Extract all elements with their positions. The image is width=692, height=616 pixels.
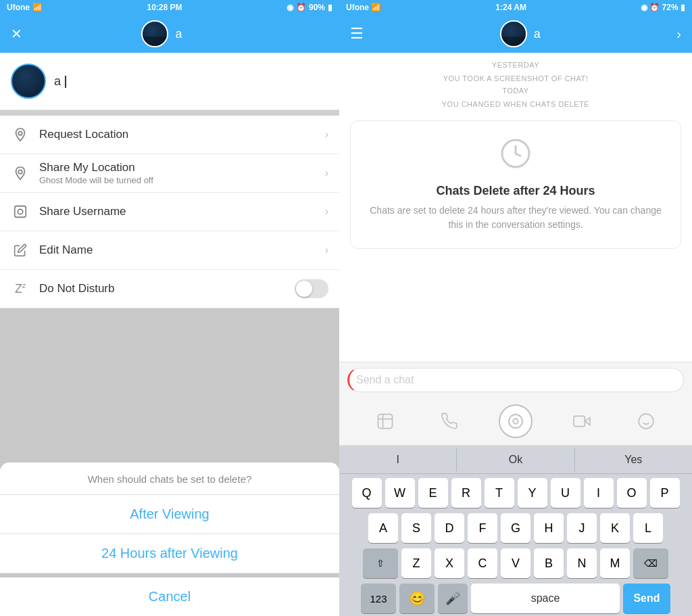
- svg-point-6: [509, 414, 522, 428]
- emoji-keyboard-key[interactable]: 😊: [399, 584, 435, 613]
- key-f[interactable]: F: [468, 513, 497, 543]
- location-icon-left: ◉: [287, 3, 293, 12]
- action-sheet: When should chats be set to delete? Afte…: [0, 463, 339, 616]
- key-g[interactable]: G: [501, 513, 530, 543]
- do-not-disturb-toggle[interactable]: [295, 279, 328, 298]
- key-c[interactable]: C: [468, 548, 497, 578]
- chevron-right-edit-icon: ›: [325, 244, 328, 256]
- right-status-info-left: ◉ ⏰ 90% ▮: [287, 3, 332, 12]
- chat-input[interactable]: [347, 368, 684, 392]
- svg-marker-8: [585, 418, 590, 425]
- suggestion-ok[interactable]: Ok: [457, 448, 574, 471]
- profile-name-container: a: [54, 74, 66, 89]
- time-right: 1:24 AM: [495, 3, 526, 12]
- key-row-4: 123 😊 🎤 space Send: [342, 584, 689, 613]
- key-r[interactable]: R: [451, 478, 481, 508]
- mic-key[interactable]: 🎤: [438, 584, 468, 613]
- num-key[interactable]: 123: [361, 584, 396, 613]
- video-button[interactable]: [567, 406, 597, 436]
- action-sheet-inner: When should chats be set to delete? Afte…: [0, 463, 339, 573]
- key-h[interactable]: H: [534, 513, 564, 543]
- zzz-icon: Zz: [11, 279, 30, 298]
- wifi-icon: 📶: [32, 3, 43, 12]
- key-q[interactable]: Q: [352, 478, 382, 508]
- close-button[interactable]: ✕: [11, 26, 22, 42]
- space-key[interactable]: space: [471, 584, 620, 613]
- key-row-3: ⇧ Z X C V B N M ⌫: [342, 548, 689, 578]
- right-status-info-right: ◉ ⏰ 72% ▮: [641, 3, 685, 12]
- wifi-icon-right: 📶: [371, 3, 381, 12]
- svg-rect-5: [378, 414, 392, 429]
- battery-right: 72%: [662, 3, 678, 12]
- right-panel: Ufone 📶 1:24 AM ◉ ⏰ 72% ▮ ☰ a › YESTERDA…: [339, 0, 692, 616]
- menu-item-do-not-disturb[interactable]: Zz Do Not Disturb: [0, 270, 339, 308]
- key-y[interactable]: Y: [518, 478, 547, 508]
- nav-bar-right: ☰ a ›: [339, 15, 692, 53]
- menu-text-do-not-disturb: Do Not Disturb: [39, 282, 285, 295]
- shift-key[interactable]: ⇧: [363, 548, 398, 578]
- key-z[interactable]: Z: [401, 548, 431, 578]
- profile-cursor: [65, 76, 66, 88]
- key-l[interactable]: L: [633, 513, 663, 543]
- key-x[interactable]: X: [435, 548, 464, 578]
- menu-item-edit-name[interactable]: Edit Name ›: [0, 231, 339, 270]
- menu-item-share-username[interactable]: Share Username ›: [0, 193, 339, 231]
- nav-avatar-right: [500, 20, 527, 47]
- send-key[interactable]: Send: [623, 584, 670, 613]
- carrier-left: Ufone: [7, 3, 30, 12]
- suggestion-i[interactable]: I: [339, 448, 457, 471]
- menu-subtitle-share-location: Ghost Mode will be turned off: [39, 175, 316, 185]
- phone-button[interactable]: [435, 406, 464, 436]
- menu-item-share-location[interactable]: Share My Location Ghost Mode will be tur…: [0, 154, 339, 193]
- chevron-right-share-icon: ›: [325, 167, 328, 179]
- battery-left: 90%: [309, 3, 325, 12]
- svg-rect-9: [574, 416, 585, 426]
- key-u[interactable]: U: [551, 478, 580, 508]
- hamburger-icon[interactable]: ☰: [350, 25, 364, 43]
- key-w[interactable]: W: [385, 478, 415, 508]
- timestamp-yesterday: YESTERDAY: [492, 61, 539, 69]
- key-k[interactable]: K: [600, 513, 630, 543]
- 24-hours-option[interactable]: 24 Hours after Viewing: [0, 534, 339, 573]
- key-n[interactable]: N: [567, 548, 597, 578]
- svg-point-10: [639, 414, 654, 429]
- keyboard-rows: Q W E R T Y U I O P A S D F G H J K: [339, 474, 692, 616]
- key-o[interactable]: O: [617, 478, 647, 508]
- sticker-button[interactable]: [370, 406, 400, 436]
- key-b[interactable]: B: [534, 548, 564, 578]
- share-location-icon: [11, 164, 30, 183]
- nav-center-left: a: [141, 20, 182, 47]
- action-sheet-title: When should chats be set to delete?: [0, 463, 339, 495]
- key-v[interactable]: V: [501, 548, 530, 578]
- key-e[interactable]: E: [418, 478, 448, 508]
- key-t[interactable]: T: [485, 478, 514, 508]
- delete-key[interactable]: ⌫: [633, 548, 668, 578]
- key-i[interactable]: I: [584, 478, 614, 508]
- status-bar-left: Ufone 📶 10:28 PM ◉ ⏰ 90% ▮: [0, 0, 339, 15]
- key-d[interactable]: D: [435, 513, 464, 543]
- key-row-2: A S D F G H J K L: [342, 513, 689, 543]
- profile-card: a: [0, 53, 339, 110]
- chevron-right-username-icon: ›: [325, 206, 328, 218]
- nav-avatar-left: [141, 20, 168, 47]
- delete-title: Chats Delete after 24 Hours: [364, 184, 667, 198]
- chat-input-container: [339, 362, 692, 398]
- key-p[interactable]: P: [650, 478, 680, 508]
- menu-title-do-not-disturb: Do Not Disturb: [39, 282, 285, 295]
- key-s[interactable]: S: [401, 513, 431, 543]
- delete-desc: Chats are set to delete 24 hours after t…: [364, 204, 667, 232]
- menu-item-request-location[interactable]: Request Location ›: [0, 116, 339, 154]
- key-a[interactable]: A: [368, 513, 398, 543]
- after-viewing-option[interactable]: After Viewing: [0, 495, 339, 534]
- suggestion-yes[interactable]: Yes: [575, 448, 692, 471]
- emoji-button[interactable]: [631, 406, 661, 436]
- camera-button[interactable]: [499, 404, 533, 438]
- nav-chevron-right[interactable]: ›: [676, 26, 681, 42]
- menu-text-share-location: Share My Location Ghost Mode will be tur…: [39, 161, 316, 185]
- key-m[interactable]: M: [600, 548, 630, 578]
- key-j[interactable]: J: [567, 513, 597, 543]
- menu-title-edit-name: Edit Name: [39, 243, 316, 257]
- system-changed: YOU CHANGED WHEN CHATS DELETE: [442, 100, 589, 108]
- svg-point-0: [18, 131, 22, 135]
- cancel-button[interactable]: Cancel: [0, 577, 339, 616]
